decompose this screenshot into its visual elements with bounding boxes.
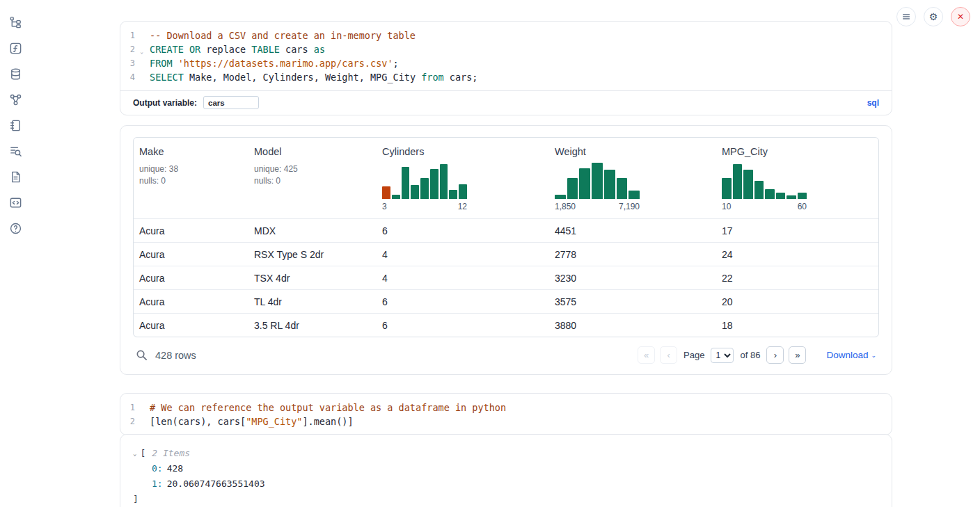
table-cell: 20 <box>716 290 878 313</box>
sql-output-card: Make unique: 38 nulls: 0 Model unique: 4… <box>120 125 892 375</box>
column-header-make[interactable]: Make unique: 38 nulls: 0 <box>134 138 248 218</box>
histogram-bar[interactable] <box>392 195 400 199</box>
histogram-bar[interactable] <box>402 167 410 199</box>
table-cell: 2778 <box>549 243 716 266</box>
settings-button[interactable]: ⚙ <box>924 7 943 26</box>
gear-icon: ⚙ <box>929 11 938 22</box>
histogram-bar[interactable] <box>629 191 640 199</box>
column-header-model[interactable]: Model unique: 425 nulls: 0 <box>248 138 377 218</box>
code-line: CREATE OR replace TABLE cars as <box>150 42 892 56</box>
histogram-bar[interactable] <box>579 168 590 199</box>
file-tree-icon[interactable] <box>8 15 22 29</box>
histogram-bar[interactable] <box>420 178 429 199</box>
line-number: 4 <box>120 70 144 84</box>
open-bracket: [ <box>140 446 145 461</box>
language-badge[interactable]: sql <box>867 98 879 108</box>
table-row[interactable]: AcuraTSX 4dr4323022 <box>134 266 878 289</box>
dependency-graph-icon[interactable] <box>8 92 22 106</box>
histogram-bar[interactable] <box>459 184 467 199</box>
database-icon[interactable] <box>8 67 22 81</box>
table-cell: 3230 <box>549 266 716 289</box>
column-header-weight[interactable]: Weight 1,850 7,190 <box>549 138 716 218</box>
histogram-bar[interactable] <box>604 170 615 199</box>
histogram-bar[interactable] <box>776 193 786 199</box>
histogram-bar[interactable] <box>430 169 438 199</box>
histogram-bar[interactable] <box>617 178 628 199</box>
table-cell: RSX Type S 2dr <box>248 243 377 266</box>
column-header-cylinders[interactable]: Cylinders 3 12 <box>377 138 549 218</box>
python-gutter: 12 <box>120 401 144 428</box>
page-select[interactable]: 1 <box>711 348 734 363</box>
column-label: Model <box>254 146 371 157</box>
column-label: Make <box>139 146 243 157</box>
table-row[interactable]: AcuraRSX Type S 2dr4277824 <box>134 242 878 266</box>
close-icon: ✕ <box>957 12 964 22</box>
tree-value: 20.060747663551403 <box>167 478 265 489</box>
table-cell: 4451 <box>549 219 716 242</box>
histogram-bar[interactable] <box>555 195 566 199</box>
histogram-bar[interactable] <box>733 164 743 199</box>
histogram-bar[interactable] <box>743 170 753 199</box>
table-row[interactable]: Acura3.5 RL 4dr6388018 <box>134 313 878 337</box>
next-page-button[interactable]: › <box>766 346 784 364</box>
output-variable-label: Output variable: <box>133 98 197 108</box>
histogram-bar[interactable] <box>382 186 390 199</box>
table-cell: TSX 4dr <box>248 266 377 289</box>
function-icon[interactable] <box>8 41 22 55</box>
sidebar <box>0 0 31 507</box>
column-header-mpg-city[interactable]: MPG_City 10 60 <box>716 138 878 218</box>
python-code-lines: # We can reference the output variable a… <box>144 401 892 428</box>
histogram-bar[interactable] <box>411 185 419 199</box>
python-output-card: ⌄ [ 2 Items 0:428 1:20.060747663551403 ] <box>120 434 892 507</box>
line-number: 2 <box>120 415 144 428</box>
list-search-icon[interactable] <box>8 144 22 158</box>
histogram-axis: 3 12 <box>382 202 467 211</box>
notebook-main: 12⌄34 -- Download a CSV and create an in… <box>120 21 892 507</box>
last-page-button[interactable]: » <box>789 346 806 364</box>
histogram-bar[interactable] <box>787 195 796 199</box>
first-page-button[interactable]: « <box>638 346 655 364</box>
table-cell: 6 <box>377 290 549 313</box>
table-cell: TL 4dr <box>248 290 377 313</box>
column-label: Weight <box>555 146 711 157</box>
table-cell: 3.5 RL 4dr <box>248 314 377 337</box>
help-icon[interactable] <box>8 221 22 235</box>
table-cell: MDX <box>248 219 377 242</box>
histogram-bar[interactable] <box>765 189 775 199</box>
histogram-bar[interactable] <box>440 164 448 199</box>
histogram-bar[interactable] <box>722 178 732 199</box>
sql-code-lines: -- Download a CSV and create an in-memor… <box>144 29 892 84</box>
histogram-bar[interactable] <box>754 181 764 199</box>
scroll-icon[interactable] <box>8 118 22 132</box>
download-button[interactable]: Download ⌄ <box>826 350 876 360</box>
histogram-bar[interactable] <box>567 178 578 199</box>
output-variable-input[interactable] <box>203 96 259 109</box>
menu-button[interactable] <box>896 7 916 26</box>
data-table: Make unique: 38 nulls: 0 Model unique: 4… <box>133 137 879 337</box>
histogram-bar[interactable] <box>592 163 603 199</box>
document-icon[interactable] <box>8 170 22 184</box>
table-footer: 428 rows « ‹ Page 1 of 86 › » Download ⌄ <box>133 337 879 370</box>
collapse-chevron-icon[interactable]: ⌄ <box>133 446 136 461</box>
search-icon[interactable] <box>136 349 148 362</box>
mpg-city-histogram: 10 60 <box>722 163 807 211</box>
table-row[interactable]: AcuraTL 4dr6357520 <box>134 289 878 313</box>
table-cell: 3575 <box>549 290 716 313</box>
prev-page-button[interactable]: ‹ <box>660 346 677 364</box>
python-code-editor[interactable]: 12 # We can reference the output variabl… <box>120 394 892 435</box>
histogram-bar[interactable] <box>449 190 457 199</box>
table-cell: 17 <box>716 219 878 242</box>
line-number: 1 <box>120 401 144 415</box>
close-button[interactable]: ✕ <box>951 7 970 26</box>
code-box-icon[interactable] <box>8 195 22 209</box>
table-row[interactable]: AcuraMDX6445117 <box>134 218 878 242</box>
page-of-label: of 86 <box>740 350 760 360</box>
table-cell: 6 <box>377 219 549 242</box>
column-label: MPG_City <box>722 146 873 157</box>
sql-gutter: 12⌄34 <box>120 29 144 84</box>
line-number: 2⌄ <box>120 42 144 56</box>
sql-code-editor[interactable]: 12⌄34 -- Download a CSV and create an in… <box>120 22 892 90</box>
histogram-bar[interactable] <box>798 193 807 199</box>
table-cell: 6 <box>377 314 549 337</box>
table-cell: 4 <box>377 243 549 266</box>
